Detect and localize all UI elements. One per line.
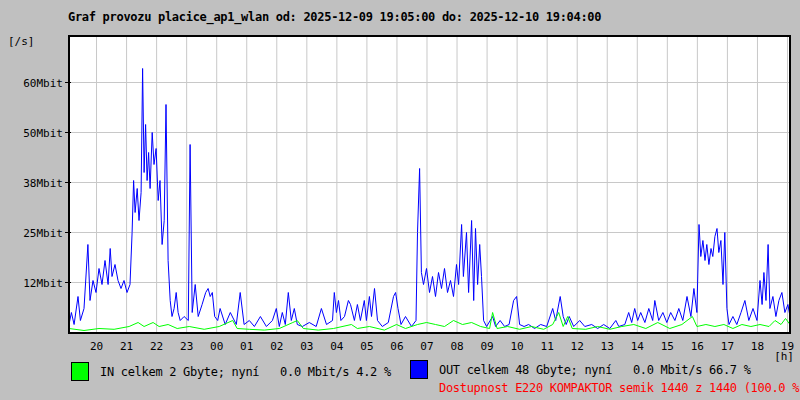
x-tick-label: 05: [360, 340, 373, 353]
x-tick-label: 17: [721, 340, 734, 353]
x-tick-label: 02: [270, 340, 283, 353]
out-legend-swatch: [410, 360, 428, 379]
in-legend-label: IN celkem 2 Gbyte; nyní 0.0 Mbit/s 4.2 %: [100, 365, 391, 379]
y-tick-label: 12Mbit: [23, 277, 63, 290]
x-tick-label: 18: [751, 340, 764, 353]
availability-label: Dostupnost E220 KOMPAKTOR semik 1440 z 1…: [439, 381, 800, 395]
x-tick-label: 22: [150, 340, 163, 353]
traffic-graph-page: Graf provozu placice_ap1_wlan od: 2025-1…: [0, 0, 800, 400]
x-tick-label: 20: [90, 340, 103, 353]
out-legend-label: OUT celkem 48 Gbyte; nyní 0.0 Mbit/s 66.…: [439, 363, 751, 377]
x-tick-label: 01: [240, 340, 253, 353]
x-tick-label: 15: [661, 340, 674, 353]
x-tick-label: 09: [480, 340, 493, 353]
x-tick-label: 12: [571, 340, 584, 353]
y-tick-label: 25Mbit: [23, 227, 63, 240]
x-tick-label: 06: [390, 340, 403, 353]
x-tick-label: 23: [180, 340, 193, 353]
x-tick-label: 13: [601, 340, 614, 353]
x-tick-label: 14: [631, 340, 645, 353]
x-tick-label: 07: [420, 340, 433, 353]
x-tick-label: 10: [510, 340, 523, 353]
in-legend-swatch: [71, 362, 89, 381]
y-tick-label: 60Mbit: [23, 77, 63, 90]
x-axis-unit-label: [h]: [774, 350, 794, 363]
x-tick-label: 11: [541, 340, 554, 353]
x-tick-label: 00: [210, 340, 223, 353]
y-tick-label: 50Mbit: [23, 127, 63, 140]
plot-area: [69, 36, 790, 333]
x-tick-label: 21: [120, 340, 133, 353]
y-tick-label: 38Mbit: [23, 177, 63, 190]
x-tick-label: 04: [330, 340, 344, 353]
x-tick-label: 08: [450, 340, 463, 353]
traffic-chart: 2021222300010203040506070809101112131415…: [0, 0, 800, 400]
x-tick-label: 03: [300, 340, 313, 353]
x-tick-label: 16: [691, 340, 704, 353]
